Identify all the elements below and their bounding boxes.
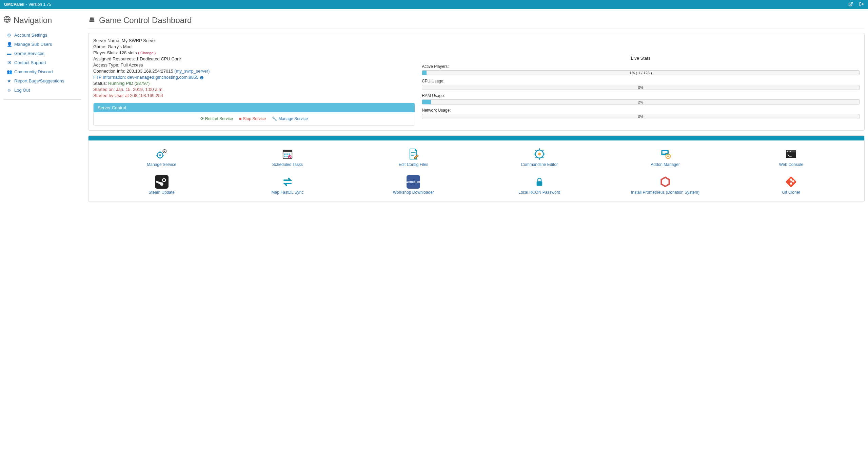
feature-commandline-editor[interactable]: Commandline Editor xyxy=(476,147,602,167)
sidebar-item-support[interactable]: ✉Contact Support xyxy=(3,58,81,67)
progress-bar: 0% xyxy=(422,85,860,90)
feature-manage-service[interactable]: Manage Service xyxy=(99,147,224,167)
feature-addon-manager[interactable]: Addon Manager xyxy=(602,147,728,167)
ftp-label-link[interactable]: FTP Information: xyxy=(93,75,126,80)
svg-text:i: i xyxy=(201,76,202,79)
server-control-header: Server Control xyxy=(94,103,415,112)
svg-rect-38 xyxy=(663,153,665,154)
svg-point-13 xyxy=(164,151,165,152)
svg-rect-37 xyxy=(663,152,668,153)
svg-line-31 xyxy=(535,150,536,151)
hdd-icon: ▬ xyxy=(7,51,12,56)
feature-web-console[interactable]: Web Console xyxy=(728,147,854,167)
info-server-name: Server Name: My SWRP Server xyxy=(93,38,415,43)
gears-icon xyxy=(99,147,224,161)
svg-point-26 xyxy=(538,153,540,155)
info-started-by: Started by User at 208.103.169.254 xyxy=(93,93,415,98)
feature-install-prometheus[interactable]: Install Prometheus (Donation System) xyxy=(602,175,728,195)
info-access: Access Type: Full Access xyxy=(93,62,415,68)
manage-service-button[interactable]: 🔧Manage Service xyxy=(272,116,308,121)
sidebar-item-subusers[interactable]: 👤Manage Sub Users xyxy=(3,40,81,49)
feature-label: Local RCON Password xyxy=(476,190,602,195)
stat-players: Active Players: 1% ( 1 / 128 ) xyxy=(422,64,860,75)
sidebar-item-discord[interactable]: 👥Community Discord xyxy=(3,67,81,76)
progress-text: 0% xyxy=(422,85,859,90)
feature-grid: Manage Service Scheduled Tasks Edit Conf… xyxy=(88,140,864,202)
stat-label: Active Players: xyxy=(422,64,860,69)
feature-box: Manage Service Scheduled Tasks Edit Conf… xyxy=(88,135,865,202)
sidebar-item-label: Account Settings xyxy=(14,33,47,38)
main: Game Control Dashboard Server Name: My S… xyxy=(88,12,865,202)
svg-rect-50 xyxy=(536,181,542,186)
svg-point-54 xyxy=(790,183,792,184)
sidebar-item-services[interactable]: ▬Game Services xyxy=(3,49,81,58)
feature-label: Commandline Editor xyxy=(476,162,602,167)
info-game: Game: Garry's Mod xyxy=(93,44,415,49)
git-icon xyxy=(728,175,854,189)
stop-icon: ■ xyxy=(239,116,241,121)
live-stats: Live Stats Active Players: 1% ( 1 / 128 … xyxy=(422,38,860,126)
page-title: Game Control Dashboard xyxy=(99,16,192,25)
conn-alias-link[interactable]: (my_swrp_server) xyxy=(174,69,210,74)
gear-icon: ⚙ xyxy=(7,33,12,38)
live-stats-title: Live Stats xyxy=(422,56,860,61)
refresh-icon: ⟳ xyxy=(200,116,204,121)
server-control-panel: Server Control ⟳Restart Service ■Stop Se… xyxy=(93,103,415,126)
feature-label: Steam Update xyxy=(99,190,224,195)
sidebar-item-label: Contact Support xyxy=(14,60,46,65)
page-heading: Game Control Dashboard xyxy=(88,16,865,29)
external-link-icon[interactable] xyxy=(848,2,853,7)
stat-label: Network Usage: xyxy=(422,108,860,113)
cmd-gear-icon xyxy=(476,147,602,161)
stop-service-button[interactable]: ■Stop Service xyxy=(239,116,266,121)
svg-point-49 xyxy=(163,179,165,181)
brand: GMCPanel xyxy=(4,2,24,7)
feature-fastdl-sync[interactable]: Map FastDL Sync xyxy=(224,175,350,195)
stat-cpu: CPU Usage: 0% xyxy=(422,79,860,90)
progress-bar: 2% xyxy=(422,99,860,104)
feature-label: Git Cloner xyxy=(728,190,854,195)
star-icon: ★ xyxy=(7,78,12,83)
info-status: Status: Running PID (28797) xyxy=(93,81,415,86)
feature-steam-update[interactable]: Steam Update xyxy=(99,175,224,195)
feature-edit-config[interactable]: Edit Config Files xyxy=(351,147,476,167)
version: Version 1.75 xyxy=(28,2,51,7)
lock-icon xyxy=(476,175,602,189)
info-icon[interactable]: i xyxy=(200,76,204,80)
sidebar-item-account[interactable]: ⚙Account Settings xyxy=(3,31,81,40)
ftp-host-link[interactable]: dev-managed.gmchosting.com:8855 xyxy=(127,75,198,80)
nav-list: ⚙Account Settings 👤Manage Sub Users ▬Gam… xyxy=(3,31,81,100)
sidebar-item-logout[interactable]: ⎋Log Out xyxy=(3,86,81,95)
progress-text: 2% xyxy=(422,100,859,104)
stat-label: CPU Usage: xyxy=(422,79,860,83)
calendar-icon xyxy=(224,147,350,161)
feature-stripe xyxy=(88,136,864,140)
svg-line-34 xyxy=(542,150,543,151)
sign-out-icon[interactable] xyxy=(859,2,864,7)
brand-sep: - xyxy=(26,2,27,7)
progress-bar: 0% xyxy=(422,114,860,119)
feature-scheduled-tasks[interactable]: Scheduled Tasks xyxy=(224,147,350,167)
feature-rcon-password[interactable]: Local RCON Password xyxy=(476,175,602,195)
feature-label: Workshop Downloader xyxy=(351,190,476,195)
sidebar-item-bugs[interactable]: ★Report Bugs/Suggestions xyxy=(3,76,81,86)
info-slots: Player Slots: 128 slots ( Change ) xyxy=(93,50,415,55)
feature-label: Web Console xyxy=(728,162,854,167)
prometheus-icon xyxy=(602,175,728,189)
svg-point-45 xyxy=(790,151,791,152)
user-icon: 👤 xyxy=(7,42,12,47)
svg-point-40 xyxy=(667,155,669,157)
svg-line-33 xyxy=(535,157,536,158)
feature-label: Manage Service xyxy=(99,162,224,167)
feature-workshop-downloader[interactable]: WORKSHOP Workshop Downloader xyxy=(351,175,476,195)
feature-git-cloner[interactable]: Git Cloner xyxy=(728,175,854,195)
edit-file-icon xyxy=(351,147,476,161)
console-icon xyxy=(728,147,854,161)
svg-point-7 xyxy=(159,154,161,156)
wrench-icon: 🔧 xyxy=(272,116,277,121)
change-slots-link[interactable]: ( Change ) xyxy=(138,51,156,55)
feature-label: Scheduled Tasks xyxy=(224,162,350,167)
addon-icon xyxy=(602,147,728,161)
info-started-on: Started on: Jan. 15, 2019, 1:00 a.m. xyxy=(93,87,415,92)
restart-service-button[interactable]: ⟳Restart Service xyxy=(200,116,233,121)
